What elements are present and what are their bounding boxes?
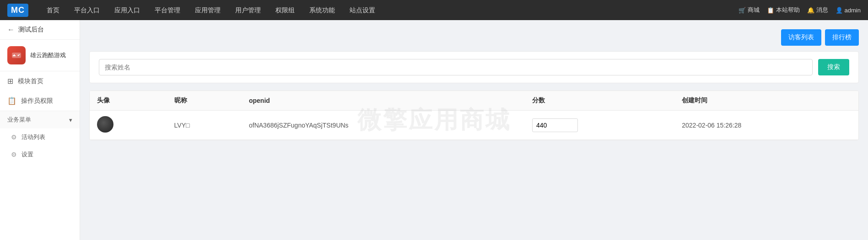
sidebar-item-label: 活动列表 xyxy=(22,133,45,141)
svg-point-3 xyxy=(18,55,19,56)
home-icon: ⊞ xyxy=(7,77,13,85)
logo[interactable]: MC xyxy=(7,4,28,17)
table-header-row: 头像 昵称 openid 分数 创建时间 xyxy=(90,91,858,111)
nav-items: 首页平台入口应用入口平台管理应用管理用户管理权限组系统功能站点设置 xyxy=(39,0,739,20)
sidebar-item-label: 设置 xyxy=(22,150,33,159)
nav-right-icon: 🛒 xyxy=(739,7,746,14)
sidebar-item-module-home[interactable]: ⊞ 模块首页 xyxy=(0,71,80,91)
main-content: 访客列表 排行榜 搜索 头像 昵称 openid 分数 创建时间 LVY□ xyxy=(80,20,868,240)
svg-rect-2 xyxy=(13,55,16,56)
table-row: LVY□ ofNA3686jSZFugnoYAqSjTSt9UNs 2022-0… xyxy=(90,111,858,140)
search-input[interactable] xyxy=(99,59,813,75)
nav-right-label: admin xyxy=(845,7,861,14)
top-nav: MC 首页平台入口应用入口平台管理应用管理用户管理权限组系统功能站点设置 🛒商城… xyxy=(0,0,868,20)
sidebar-item-activity-list[interactable]: ⚙ 活动列表 xyxy=(0,128,80,146)
ranking-button[interactable]: 排行榜 xyxy=(825,29,859,46)
nav-item[interactable]: 平台入口 xyxy=(67,0,107,20)
chevron-down-icon: ▾ xyxy=(69,117,72,123)
nav-right-label: 本站帮助 xyxy=(776,6,800,14)
sidebar-item-label: 操作员权限 xyxy=(21,97,53,105)
nav-item[interactable]: 应用管理 xyxy=(188,0,228,20)
sidebar-item-operator-permissions[interactable]: 📋 操作员权限 xyxy=(0,91,80,111)
nav-right-item[interactable]: 👤admin xyxy=(836,7,861,14)
search-bar: 搜索 xyxy=(89,51,859,83)
app-card: 雄云跑酷游戏 xyxy=(0,40,80,71)
sidebar-section-business[interactable]: 业务菜单 ▾ xyxy=(0,111,80,128)
sidebar-back-label: 测试后台 xyxy=(18,26,44,34)
nav-item[interactable]: 系统功能 xyxy=(302,0,342,20)
nav-item[interactable]: 用户管理 xyxy=(228,0,268,20)
col-openid: openid xyxy=(242,91,525,111)
settings-icon: ⚙ xyxy=(11,133,17,141)
search-button[interactable]: 搜索 xyxy=(818,59,849,75)
cell-openid: ofNA3686jSZFugnoYAqSjTSt9UNs xyxy=(242,111,525,140)
app-name: 雄云跑酷游戏 xyxy=(30,51,66,59)
avatar xyxy=(97,116,113,133)
nav-right: 🛒商城📋本站帮助🔔消息👤admin xyxy=(739,6,861,14)
nav-right-icon: 📋 xyxy=(767,7,774,14)
cell-score xyxy=(525,111,674,140)
col-avatar: 头像 xyxy=(90,91,167,111)
col-nickname: 昵称 xyxy=(167,91,242,111)
permissions-icon: 📋 xyxy=(7,96,16,105)
table-container: 头像 昵称 openid 分数 创建时间 LVY□ ofNA3686jSZFug… xyxy=(89,91,859,140)
sidebar: ← 测试后台 雄云跑酷游戏 ⊞ 模块首页 📋 操作员权限 业务菜单 ▾ ⚙ 活动… xyxy=(0,20,80,240)
nav-item[interactable]: 首页 xyxy=(39,0,67,20)
nav-right-label: 消息 xyxy=(816,6,828,14)
col-score: 分数 xyxy=(525,91,674,111)
col-created-at: 创建时间 xyxy=(674,91,858,111)
nav-item[interactable]: 平台管理 xyxy=(147,0,188,20)
svg-point-4 xyxy=(19,54,20,55)
app-icon xyxy=(7,46,26,64)
sidebar-back[interactable]: ← 测试后台 xyxy=(0,20,80,40)
data-table: 头像 昵称 openid 分数 创建时间 LVY□ ofNA3686jSZFug… xyxy=(90,91,858,140)
nav-right-icon: 🔔 xyxy=(807,7,814,14)
nav-item[interactable]: 权限组 xyxy=(268,0,302,20)
nav-item[interactable]: 应用入口 xyxy=(107,0,147,20)
nav-right-item[interactable]: 🛒商城 xyxy=(739,6,760,14)
settings-icon-2: ⚙ xyxy=(11,151,17,158)
nav-right-item[interactable]: 📋本站帮助 xyxy=(767,6,800,14)
nav-right-icon: 👤 xyxy=(836,7,843,14)
sidebar-item-settings[interactable]: ⚙ 设置 xyxy=(0,146,80,163)
nav-right-label: 商城 xyxy=(748,6,760,14)
back-icon: ← xyxy=(7,26,15,34)
action-bar: 访客列表 排行榜 xyxy=(89,29,859,46)
nav-right-item[interactable]: 🔔消息 xyxy=(807,6,828,14)
sidebar-item-label: 模块首页 xyxy=(18,77,43,85)
nav-item[interactable]: 站点设置 xyxy=(342,0,383,20)
score-input[interactable] xyxy=(532,118,578,132)
cell-avatar xyxy=(90,111,167,140)
cell-created-at: 2022-02-06 15:26:28 xyxy=(674,111,858,140)
section-label: 业务菜单 xyxy=(7,116,31,124)
cell-nickname: LVY□ xyxy=(167,111,242,140)
visitor-list-button[interactable]: 访客列表 xyxy=(781,29,821,46)
